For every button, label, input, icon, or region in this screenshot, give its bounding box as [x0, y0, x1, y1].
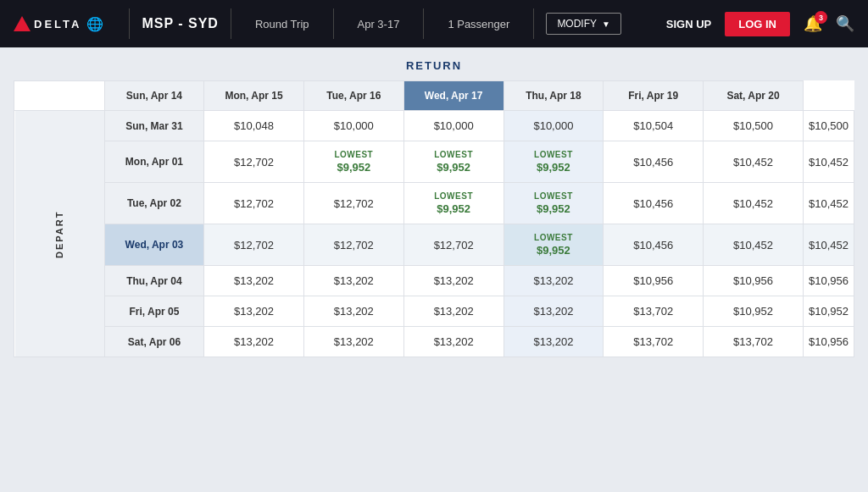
- fare-cell[interactable]: $10,956: [804, 266, 854, 296]
- row-header-4[interactable]: Thu, Apr 04: [104, 266, 203, 296]
- fare-cell[interactable]: $10,452: [704, 183, 804, 224]
- fare-cell[interactable]: LOWEST$9,952: [504, 141, 604, 183]
- fare-cell[interactable]: $10,956: [804, 327, 854, 357]
- fare-cell[interactable]: LOWEST$9,952: [403, 183, 504, 224]
- login-button[interactable]: LOG IN: [725, 12, 790, 36]
- fare-cell[interactable]: $12,702: [403, 224, 504, 266]
- fare-cell[interactable]: $10,456: [604, 183, 704, 224]
- fare-cell[interactable]: $10,956: [704, 266, 804, 296]
- delta-triangle-icon: [14, 16, 31, 31]
- fare-cell[interactable]: $13,702: [604, 296, 704, 327]
- notifications-button[interactable]: 🔔 3: [804, 14, 822, 33]
- col-header-2[interactable]: Tue, Apr 16: [303, 81, 403, 111]
- fare-price: $10,452: [733, 197, 773, 210]
- fare-cell[interactable]: $13,202: [303, 327, 403, 357]
- signup-button[interactable]: SIGN UP: [666, 18, 711, 30]
- fare-cell[interactable]: $12,702: [204, 141, 304, 183]
- col-header-5[interactable]: Fri, Apr 19: [604, 81, 704, 111]
- fare-cell[interactable]: $13,202: [303, 266, 403, 296]
- fare-cell[interactable]: $13,202: [204, 327, 304, 357]
- fare-cell[interactable]: $10,000: [403, 111, 504, 141]
- header-divider-5: [533, 8, 534, 39]
- table-row: DEPARTSun, Mar 31$10,048$10,000$10,000$1…: [14, 111, 854, 141]
- col-header-0[interactable]: Sun, Apr 14: [104, 81, 203, 111]
- fare-price: $12,702: [234, 239, 274, 252]
- fare-cell[interactable]: $10,000: [504, 111, 604, 141]
- row-header-6[interactable]: Sat, Apr 06: [104, 327, 203, 357]
- fare-cell[interactable]: LOWEST$9,952: [403, 141, 504, 183]
- fare-cell[interactable]: $12,702: [303, 224, 403, 266]
- fare-cell[interactable]: $10,000: [303, 111, 403, 141]
- fare-price: $12,702: [334, 197, 374, 210]
- fare-price: $13,202: [334, 274, 374, 287]
- fare-cell[interactable]: $10,456: [604, 141, 704, 183]
- fare-cell[interactable]: $13,202: [504, 266, 604, 296]
- fare-price: $13,202: [334, 305, 374, 318]
- fare-cell[interactable]: $10,504: [604, 111, 704, 141]
- trip-type: Round Trip: [243, 18, 321, 30]
- fare-cell[interactable]: $13,202: [204, 266, 304, 296]
- fare-cell[interactable]: $12,702: [204, 183, 304, 224]
- fare-cell[interactable]: $10,456: [604, 224, 704, 266]
- fare-cell[interactable]: $12,702: [303, 183, 403, 224]
- fare-cell[interactable]: $10,500: [804, 111, 854, 141]
- fare-price: $9,952: [337, 161, 370, 174]
- fare-cell[interactable]: $13,202: [403, 327, 504, 357]
- fare-price: $9,952: [437, 202, 470, 215]
- fare-cell[interactable]: $13,702: [604, 327, 704, 357]
- row-header-5[interactable]: Fri, Apr 05: [104, 296, 203, 327]
- fare-cell[interactable]: $10,952: [704, 296, 804, 327]
- fare-price: $13,202: [234, 335, 274, 348]
- fare-price: $10,000: [533, 119, 573, 132]
- notification-badge: 3: [815, 11, 827, 24]
- fare-price: $10,500: [809, 119, 849, 132]
- row-header-1[interactable]: Mon, Apr 01: [104, 141, 203, 183]
- fare-price: $10,048: [234, 119, 274, 132]
- fare-cell[interactable]: $13,202: [504, 327, 604, 357]
- fare-cell[interactable]: $10,956: [604, 266, 704, 296]
- header-right: SIGN UP LOG IN 🔔 3 🔍: [666, 12, 854, 36]
- fare-price: $10,952: [733, 305, 773, 318]
- row-header-2[interactable]: Tue, Apr 02: [104, 183, 203, 224]
- fare-price: $12,702: [234, 197, 274, 210]
- fare-cell[interactable]: $10,452: [704, 224, 804, 266]
- fare-cell[interactable]: $10,452: [804, 183, 854, 224]
- fare-cell[interactable]: LOWEST$9,952: [504, 224, 604, 266]
- fare-cell[interactable]: $10,452: [804, 141, 854, 183]
- fare-cell[interactable]: $10,452: [704, 141, 804, 183]
- fare-cell[interactable]: LOWEST$9,952: [303, 141, 403, 183]
- fare-cell[interactable]: $13,202: [504, 296, 604, 327]
- row-header-3[interactable]: Wed, Apr 03: [104, 224, 203, 266]
- fare-price: $9,952: [537, 161, 570, 174]
- fare-cell[interactable]: $13,202: [403, 266, 504, 296]
- fare-price: $10,956: [633, 274, 673, 287]
- fare-cell[interactable]: $10,952: [804, 296, 854, 327]
- col-header-4[interactable]: Thu, Apr 18: [504, 81, 604, 111]
- fare-price: $10,956: [733, 274, 773, 287]
- fare-cell[interactable]: $10,048: [204, 111, 304, 141]
- fare-price: $10,956: [809, 335, 849, 348]
- col-header-1[interactable]: Mon, Apr 15: [204, 81, 304, 111]
- row-header-0[interactable]: Sun, Mar 31: [104, 111, 203, 141]
- table-row: Tue, Apr 02$12,702$12,702LOWEST$9,952LOW…: [14, 183, 854, 224]
- fare-cell[interactable]: LOWEST$9,952: [504, 183, 604, 224]
- passengers-display: 1 Passenger: [436, 18, 521, 30]
- fare-cell[interactable]: $12,702: [204, 224, 304, 266]
- fare-cell[interactable]: $13,202: [403, 296, 504, 327]
- fare-price: $12,702: [234, 156, 274, 169]
- fare-price: $13,202: [434, 274, 474, 287]
- table-row: Wed, Apr 03$12,702$12,702$12,702LOWEST$9…: [14, 224, 854, 266]
- fare-cell[interactable]: $10,500: [704, 111, 804, 141]
- modify-button[interactable]: MODIFY ▼: [546, 13, 621, 35]
- search-button[interactable]: 🔍: [836, 14, 854, 33]
- col-header-3[interactable]: Wed, Apr 17: [403, 81, 504, 111]
- fare-price: $10,456: [633, 197, 673, 210]
- fare-price: $13,202: [533, 305, 573, 318]
- fare-cell[interactable]: $13,702: [704, 327, 804, 357]
- fare-cell[interactable]: $10,452: [804, 224, 854, 266]
- main-content: RETURN Sun, Apr 14Mon, Apr 15Tue, Apr 16…: [0, 47, 868, 492]
- fare-cell[interactable]: $13,202: [303, 296, 403, 327]
- fare-price: $10,452: [733, 156, 773, 169]
- col-header-6[interactable]: Sat, Apr 20: [704, 81, 804, 111]
- fare-cell[interactable]: $13,202: [204, 296, 304, 327]
